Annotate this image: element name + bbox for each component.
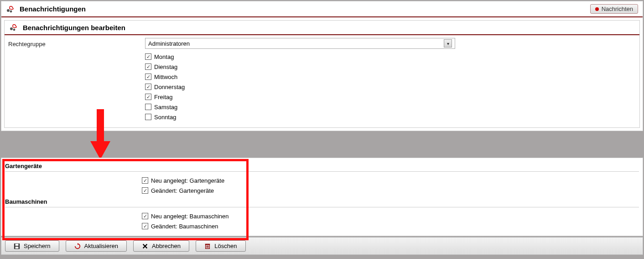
messages-button-label: Nachrichten [602, 5, 633, 12]
day-label: Mittwoch [154, 74, 177, 80]
section-item-row: Neu angelegt: Gartengeräte [142, 175, 639, 185]
page-title: Benachrichtigungen [20, 5, 86, 13]
day-label: Freitag [154, 94, 172, 100]
cancel-button[interactable]: Abbrechen [133, 240, 189, 252]
day-row: Mittwoch [145, 72, 636, 82]
notifications-icon [6, 5, 15, 13]
close-icon [142, 243, 148, 249]
day-row: Freitag [145, 92, 636, 102]
messages-button[interactable]: Nachrichten [590, 4, 638, 14]
day-checkbox[interactable] [145, 74, 151, 80]
categories-panel: GartengeräteNeu angelegt: GartengeräteGe… [1, 158, 643, 236]
save-button[interactable]: Speichern [5, 240, 59, 252]
day-checkbox[interactable] [145, 84, 151, 90]
section-item-label: Neu angelegt: Gartengeräte [151, 177, 224, 184]
notifications-edit-icon [9, 23, 18, 32]
chevron-down-icon: ▾ [444, 39, 452, 48]
section-item-checkbox[interactable] [142, 213, 148, 219]
trash-icon [204, 243, 211, 249]
record-dot-icon [595, 7, 599, 11]
day-row: Dienstag [145, 62, 636, 72]
save-button-label: Speichern [24, 243, 51, 249]
day-label: Dienstag [154, 63, 177, 70]
day-row: Donnerstag [145, 82, 636, 92]
group-label: Rechtegruppe [8, 38, 145, 122]
svg-rect-7 [16, 243, 19, 245]
svg-point-2 [10, 27, 13, 30]
cancel-button-label: Abbrechen [152, 243, 181, 249]
section-item-checkbox[interactable] [142, 177, 148, 184]
edit-titlebar: Benachrichtigungen bearbeiten [5, 21, 639, 35]
bottom-toolbar: Speichern Aktualisieren Abbrechen Lösche… [1, 237, 643, 255]
day-label: Donnerstag [154, 84, 185, 90]
svg-point-0 [7, 9, 10, 12]
day-label: Sonntag [154, 114, 176, 121]
section-item-label: Neu angelegt: Baumaschinen [151, 213, 229, 220]
notifications-titlebar: Benachrichtigungen Nachrichten [1, 1, 643, 17]
day-row: Sonntag [145, 112, 636, 122]
save-icon [14, 243, 20, 249]
day-row: Montag [145, 52, 636, 62]
refresh-button-label: Aktualisieren [84, 243, 118, 249]
section-item-label: Geändert: Baumaschinen [151, 223, 218, 230]
group-select-value: Administratoren [148, 40, 190, 47]
svg-point-1 [10, 10, 12, 12]
section-item-row: Neu angelegt: Baumaschinen [142, 211, 639, 221]
delete-button-label: Löschen [214, 243, 237, 249]
day-checkbox[interactable] [145, 114, 151, 120]
day-checkbox[interactable] [145, 94, 151, 100]
day-row: Samstag [145, 102, 636, 112]
svg-point-3 [13, 29, 16, 31]
svg-rect-16 [205, 243, 210, 244]
day-label: Montag [154, 53, 174, 60]
svg-marker-9 [78, 243, 79, 245]
section-item-row: Geändert: Gartengeräte [142, 185, 639, 196]
day-checkbox[interactable] [145, 104, 151, 110]
section-title: Gartengeräte [5, 160, 639, 172]
edit-notifications-panel: Benachrichtigungen bearbeiten Rechtegrup… [4, 20, 640, 128]
annotation-gap [0, 132, 644, 157]
section-item-row: Geändert: Baumaschinen [142, 221, 639, 231]
svg-rect-8 [16, 246, 19, 248]
section-body: Neu angelegt: BaumaschinenGeändert: Baum… [5, 211, 639, 231]
svg-marker-5 [90, 141, 110, 159]
edit-content: Rechtegruppe Administratoren ▾ MontagDie… [5, 35, 639, 127]
day-checkbox[interactable] [145, 63, 151, 70]
refresh-icon [74, 243, 81, 249]
day-checkbox[interactable] [145, 53, 151, 60]
notifications-panel: Benachrichtigungen Nachrichten Benachric… [1, 1, 643, 131]
section-body: Neu angelegt: GartengeräteGeändert: Gart… [5, 175, 639, 196]
day-label: Samstag [154, 104, 177, 111]
section-item-checkbox[interactable] [142, 223, 148, 229]
group-select[interactable]: Administratoren ▾ [145, 38, 455, 49]
section-title: Baumaschinen [5, 196, 639, 207]
delete-button[interactable]: Löschen [196, 240, 246, 252]
refresh-button[interactable]: Aktualisieren [66, 240, 127, 252]
edit-title: Benachrichtigungen bearbeiten [23, 24, 125, 32]
section-item-label: Geändert: Gartengeräte [151, 187, 214, 194]
section-item-checkbox[interactable] [142, 187, 148, 194]
